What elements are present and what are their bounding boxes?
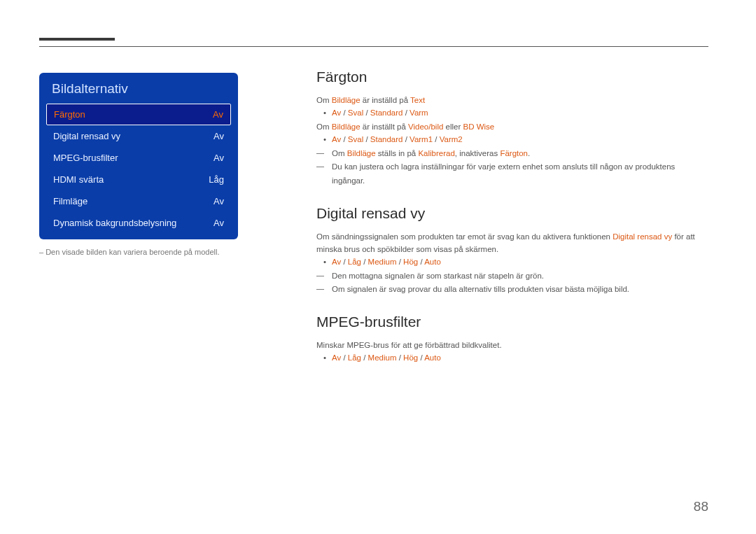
menu-item-label: HDMI svärta [53,174,104,185]
fargton-options-2: Av / Sval / Standard / Varm1 / Varm2 [316,133,708,147]
menu-panel: Bildalternativ Färgton Av Digital rensad… [39,73,238,239]
menu-item-value: Av [213,109,223,120]
menu-note: – Den visade bilden kan variera beroende… [39,248,238,256]
menu-item-digital-rensad-vy[interactable]: Digital rensad vy Av [46,125,231,147]
digital-note-1: Den mottagna signalen är som starkast nä… [316,269,708,283]
menu-item-filmlage[interactable]: Filmläge Av [46,190,231,212]
menu-item-value: Låg [209,174,224,185]
menu-item-value: Av [214,131,224,141]
menu-item-dynamisk-bakgrundsbelysning[interactable]: Dynamisk bakgrundsbelysning Av [46,212,231,234]
header-rule [39,46,708,47]
menu-item-value: Av [214,196,224,206]
section-fargton: Färgton Om Bildläge är inställd på Text … [316,69,708,188]
fargton-options-1: Av / Sval / Standard / Varm [316,106,708,120]
menu-item-label: Digital rensad vy [53,131,120,141]
menu-item-value: Av [214,153,224,163]
section-digital-rensad-vy: Digital rensad vy Om sändningssignalen s… [316,205,708,297]
page-number: 88 [694,499,708,514]
mpeg-p1: Minskar MPEG-brus för att ge förbättrad … [316,339,708,351]
heading-mpeg: MPEG-brusfilter [316,314,708,330]
digital-note-2: Om signalen är svag provar du alla alter… [316,283,708,297]
menu-title: Bildalternativ [46,81,231,104]
menu-item-label: Färgton [54,109,85,120]
digital-p1: Om sändningssignalen som produkten tar e… [316,230,708,256]
header-accent-bar [39,38,115,41]
right-column: Färgton Om Bildläge är inställd på Text … [316,69,708,382]
section-mpeg-brusfilter: MPEG-brusfilter Minskar MPEG-brus för at… [316,314,708,365]
left-column: Bildalternativ Färgton Av Digital rensad… [39,73,238,256]
menu-item-value: Av [214,218,224,228]
menu-item-label: Filmläge [53,196,88,206]
fargton-line2: Om Bildläge är inställt på Video/bild el… [316,120,708,133]
fargton-line1: Om Bildläge är inställd på Text [316,94,708,106]
fargton-note-1: Om Bildläge ställs in på Kalibrerad, ina… [316,147,708,161]
fargton-note-2: Du kan justera och lagra inställningar f… [316,160,708,188]
heading-fargton: Färgton [316,69,708,85]
digital-options: Av / Låg / Medium / Hög / Auto [316,255,708,269]
menu-item-hdmi-svarta[interactable]: HDMI svärta Låg [46,169,231,190]
menu-item-mpeg-brusfilter[interactable]: MPEG-brusfilter Av [46,147,231,169]
menu-item-label: MPEG-brusfilter [53,153,118,163]
menu-item-fargton[interactable]: Färgton Av [46,104,231,125]
heading-digital: Digital rensad vy [316,205,708,222]
mpeg-options: Av / Låg / Medium / Hög / Auto [316,351,708,365]
menu-item-label: Dynamisk bakgrundsbelysning [53,218,176,228]
